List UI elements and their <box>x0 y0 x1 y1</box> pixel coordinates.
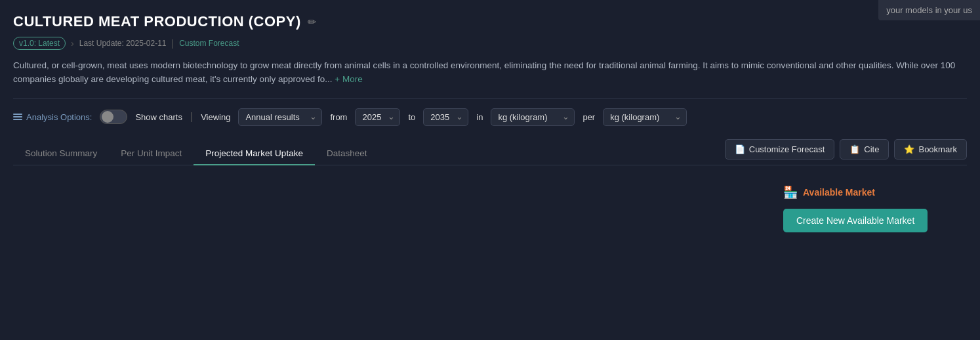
unit-select[interactable]: kg (kilogram) g (gram) ton (metric ton) … <box>491 108 575 126</box>
meta-separator: › <box>71 38 74 49</box>
right-panel: 🏪 Available Market Create New Available … <box>770 179 967 310</box>
edit-icon[interactable]: ✏ <box>308 16 316 28</box>
to-year-select[interactable]: 20302031203220332034 203520362037 <box>423 108 468 126</box>
to-year-wrapper: 20302031203220332034 203520362037 <box>423 108 468 126</box>
page-container: your models in your us CULTURED MEAT PRO… <box>0 0 980 340</box>
analysis-options-label: Analysis Options: <box>13 112 92 122</box>
to-label: to <box>408 112 415 122</box>
unit-select-wrapper: kg (kilogram) g (gram) ton (metric ton) … <box>491 108 575 126</box>
custom-forecast-link[interactable]: Custom Forecast <box>179 39 239 48</box>
bookmark-label: Bookmark <box>918 144 957 154</box>
tab-projected-market-uptake[interactable]: Projected Market Uptake <box>194 142 315 165</box>
analysis-options-row: Analysis Options: Show charts | Viewing … <box>13 108 967 126</box>
viewing-label: Viewing <box>201 112 230 122</box>
per-unit-select[interactable]: kg (kilogram) g (gram) ton (metric ton) … <box>603 108 687 126</box>
store-icon: 🏪 <box>783 185 798 200</box>
more-link[interactable]: + More <box>335 74 362 84</box>
main-content: 🏪 Available Market Create New Available … <box>13 179 967 310</box>
cite-button[interactable]: 📋 Cite <box>840 139 889 159</box>
show-charts-toggle[interactable] <box>100 110 127 124</box>
from-year-wrapper: 20202021202220232024 2025202620272028 <box>355 108 400 126</box>
per-label: per <box>582 112 595 122</box>
meta-separator-2: | <box>172 38 174 49</box>
description-text: Cultured, or cell-grown, meat uses moder… <box>13 60 955 84</box>
pipe-divider: | <box>190 111 193 123</box>
show-charts-label: Show charts <box>135 112 182 122</box>
viewing-select[interactable]: Annual results Monthly results <box>238 108 322 126</box>
viewing-select-wrapper: Annual results Monthly results <box>238 108 322 126</box>
cite-icon: 📋 <box>849 144 860 154</box>
tab-per-unit-impact[interactable]: Per Unit Impact <box>109 142 194 165</box>
tab-solution-summary[interactable]: Solution Summary <box>13 142 109 165</box>
create-new-available-market-button[interactable]: Create New Available Market <box>783 209 928 232</box>
bookmark-icon: ⭐ <box>904 144 914 154</box>
tab-datasheet[interactable]: Datasheet <box>315 142 379 165</box>
hamburger-icon <box>13 114 22 120</box>
cite-label: Cite <box>864 144 879 154</box>
tabs-right: 📄 Customize Forecast 📋 Cite ⭐ Bookmark <box>725 139 967 165</box>
analysis-options-text: Analysis Options: <box>26 112 92 122</box>
from-year-select[interactable]: 20202021202220232024 2025202620272028 <box>355 108 400 126</box>
description: Cultured, or cell-grown, meat uses moder… <box>13 59 967 87</box>
from-label: from <box>330 112 347 122</box>
tabs-left: Solution Summary Per Unit Impact Project… <box>13 142 378 165</box>
customize-forecast-icon: 📄 <box>735 144 745 154</box>
toggle-knob <box>102 111 113 123</box>
customize-forecast-button[interactable]: 📄 Customize Forecast <box>725 139 835 159</box>
meta-row: v1.0: Latest › Last Update: 2025-02-11 |… <box>13 37 967 50</box>
tooltip-hint: your models in your us <box>878 0 980 20</box>
divider <box>13 98 967 99</box>
bookmark-button[interactable]: ⭐ Bookmark <box>894 139 967 159</box>
version-badge: v1.0: Latest <box>13 37 66 50</box>
customize-forecast-label: Customize Forecast <box>749 144 825 154</box>
per-unit-select-wrapper: kg (kilogram) g (gram) ton (metric ton) … <box>603 108 687 126</box>
in-label: in <box>476 112 483 122</box>
last-update: Last Update: 2025-02-11 <box>79 39 167 48</box>
tabs-row: Solution Summary Per Unit Impact Project… <box>13 139 967 165</box>
tooltip-text: your models in your us <box>886 5 972 15</box>
page-title: CULTURED MEAT PRODUCTION (COPY) <box>13 13 301 30</box>
available-market-label: Available Market <box>803 187 875 198</box>
title-row: CULTURED MEAT PRODUCTION (COPY) ✏ <box>13 13 967 30</box>
available-market-header: 🏪 Available Market <box>783 185 875 200</box>
